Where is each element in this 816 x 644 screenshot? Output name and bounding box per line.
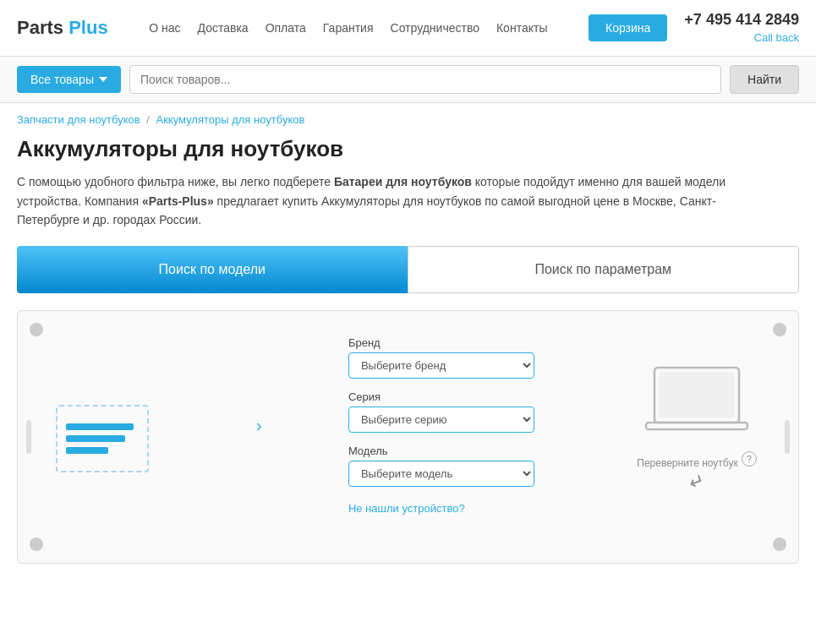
decor-circle-bl: [30, 538, 43, 551]
all-goods-label: Все товары: [30, 73, 94, 86]
page-title: Аккумуляторы для ноутбуков: [0, 131, 816, 172]
brand-label: Бренд: [348, 336, 534, 349]
tab-search-by-model[interactable]: Поиск по модели: [17, 246, 408, 293]
search-bar: Все товары Найти: [0, 57, 816, 103]
model-label: Модель: [348, 445, 534, 457]
nav-payment[interactable]: Оплата: [266, 21, 306, 35]
header: Parts Plus О нас Доставка Оплата Гаранти…: [0, 0, 816, 57]
model-group: Модель Выберите модель: [348, 445, 534, 487]
laptop-illustration-right: Переверните ноутбук ? ↵: [612, 359, 781, 493]
brand-group: Бренд Выберите бренд: [348, 336, 534, 379]
nav-cooperation[interactable]: Сотрудничество: [391, 21, 479, 35]
search-panel: › Бренд Выберите бренд Серия Выберите се…: [17, 310, 799, 564]
nav-about[interactable]: О нас: [149, 21, 180, 35]
page-description: С помощью удобного фильтра ниже, вы легк…: [0, 172, 761, 246]
decor-circle-br: [773, 538, 786, 551]
svg-rect-1: [659, 372, 735, 418]
series-select[interactable]: Выберите серию: [348, 407, 534, 433]
logo-parts: Parts: [17, 17, 63, 38]
laptop-line-3: [66, 447, 108, 454]
search-input[interactable]: [129, 65, 721, 94]
tab-search-by-params[interactable]: Поиск по параметрам: [408, 246, 800, 293]
all-goods-button[interactable]: Все товары: [17, 66, 121, 93]
decor-bar-right: [785, 420, 790, 454]
description-bold2: «Parts-Plus»: [142, 194, 214, 208]
contact-block: +7 495 414 2849 Call back: [684, 10, 799, 46]
breadcrumb-parent[interactable]: Запчасти для ноутбуков: [17, 113, 140, 126]
decor-circle-tr: [773, 323, 786, 336]
logo-plus: Plus: [68, 17, 107, 38]
breadcrumb-current[interactable]: Аккумуляторы для ноутбуков: [156, 113, 305, 126]
chevron-down-icon: [99, 77, 107, 82]
laptop-svg: [638, 359, 756, 444]
laptop-dashed-box: [56, 405, 149, 472]
logo: Parts Plus: [17, 17, 108, 39]
svg-rect-2: [646, 423, 748, 429]
laptop-illustration-left: [35, 379, 170, 472]
flip-text: Переверните ноутбук: [637, 457, 737, 469]
nav-guarantee[interactable]: Гарантия: [323, 21, 374, 35]
description-bold: Батареи для ноутбуков: [334, 175, 472, 188]
breadcrumb: Запчасти для ноутбуков / Аккумуляторы дл…: [0, 103, 816, 131]
description-intro: С помощью удобного фильтра ниже, вы легк…: [17, 175, 334, 188]
series-label: Серия: [348, 390, 534, 403]
nav-delivery[interactable]: Доставка: [198, 21, 249, 35]
brand-select[interactable]: Выберите бренд: [348, 352, 534, 379]
decor-bar-left: [26, 420, 31, 454]
tab-buttons: Поиск по модели Поиск по параметрам: [0, 246, 816, 310]
search-button[interactable]: Найти: [730, 65, 799, 94]
model-search-form: Бренд Выберите бренд Серия Выберите сери…: [348, 336, 534, 515]
arrow-connector: ›: [256, 416, 262, 435]
model-select[interactable]: Выберите модель: [348, 461, 534, 487]
phone-number: +7 495 414 2849: [684, 10, 799, 30]
main-nav: О нас Доставка Оплата Гарантия Сотруднич…: [149, 21, 547, 35]
not-found-link[interactable]: Не нашли устройство?: [348, 502, 534, 515]
callback-link[interactable]: Call back: [754, 31, 799, 44]
decor-circle-tl: [30, 323, 43, 336]
nav-contacts[interactable]: Контакты: [496, 21, 547, 35]
search-panel-inner: › Бренд Выберите бренд Серия Выберите се…: [35, 336, 781, 515]
question-icon[interactable]: ?: [742, 451, 757, 467]
breadcrumb-separator: /: [146, 113, 150, 126]
cart-button[interactable]: Корзина: [589, 14, 667, 41]
flip-arrow-icon: ↵: [686, 469, 708, 495]
laptop-line-2: [66, 435, 125, 442]
series-group: Серия Выберите серию: [348, 390, 534, 433]
laptop-line-1: [66, 423, 134, 430]
